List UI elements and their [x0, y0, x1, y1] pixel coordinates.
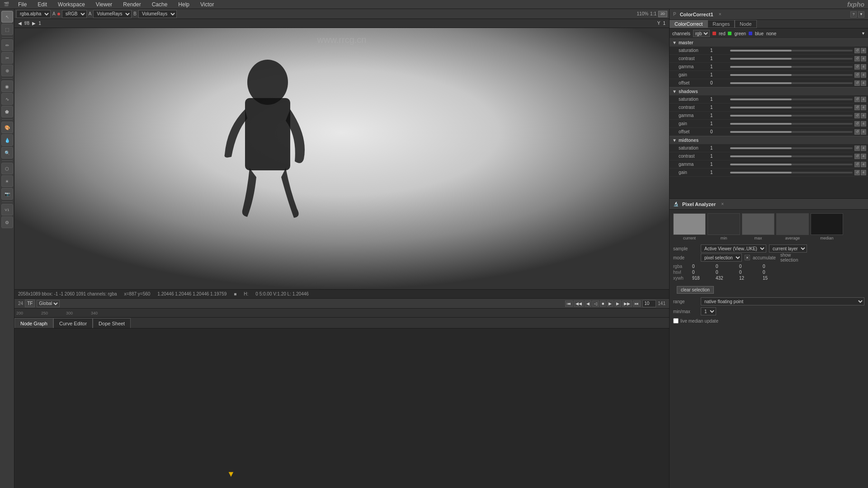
btn-stop[interactable]: ■	[600, 300, 606, 307]
shadows-gamma-value[interactable]: 1	[710, 113, 728, 118]
midtones-saturation-slider[interactable]	[730, 147, 853, 149]
master-offset-value[interactable]: 0	[710, 80, 728, 85]
tool-node[interactable]: ◉	[1, 80, 13, 92]
btn-prev-frame[interactable]: ◀	[585, 300, 591, 307]
shadows-offset-value[interactable]: 0	[710, 129, 728, 134]
tool-zoom[interactable]: 🔍	[1, 147, 13, 159]
node-graph-content[interactable]: FG VolumeRays1 Mar 20 2005 Invert1 mul-F…	[14, 328, 669, 488]
mid-con-anim[interactable]: 4	[861, 154, 866, 159]
sh-sat-anim[interactable]: 4	[861, 97, 866, 102]
gain-anim[interactable]: 4	[861, 72, 866, 78]
channel-select[interactable]: rgba.alpha	[16, 10, 51, 18]
sh-gain-reset[interactable]: ↺	[854, 121, 860, 127]
shadows-gain-slider[interactable]	[730, 123, 853, 125]
sh-gam-anim[interactable]: 4	[861, 113, 866, 118]
master-header[interactable]: ▼ master	[670, 38, 868, 47]
btn-go-end[interactable]: ⏭	[633, 300, 641, 307]
master-saturation-value[interactable]: 1	[710, 48, 728, 53]
btn-play[interactable]: ▶	[607, 300, 613, 307]
shadows-contrast-value[interactable]: 1	[710, 105, 728, 110]
frame-input[interactable]	[642, 300, 656, 307]
btn-play-rev[interactable]: ◁	[592, 300, 599, 307]
tab-node-graph[interactable]: Node Graph	[14, 318, 53, 328]
tab-ranges[interactable]: Ranges	[708, 20, 735, 28]
midtones-gain-slider[interactable]	[730, 172, 853, 174]
tool-light[interactable]: ☀	[1, 175, 13, 187]
sh-gam-reset[interactable]: ↺	[854, 113, 860, 118]
properties-close[interactable]: ×	[717, 11, 723, 18]
tool-camera[interactable]: 📷	[1, 188, 13, 200]
sat-anim[interactable]: 4	[861, 48, 866, 53]
current-layer-select[interactable]: current layer	[769, 244, 807, 253]
clear-selection-btn[interactable]: clear selection	[677, 286, 714, 294]
range-select[interactable]: native floating point	[701, 297, 864, 305]
channels-select[interactable]: rgb	[693, 30, 710, 37]
colorspace-select[interactable]: sRGB	[62, 10, 87, 18]
view-mode-btn[interactable]: 2D	[658, 11, 667, 17]
tool-color[interactable]: 🎨	[1, 122, 13, 133]
master-contrast-value[interactable]: 1	[710, 56, 728, 61]
mid-sat-reset[interactable]: ↺	[854, 145, 860, 151]
accumulate-checkbox[interactable]: ×	[745, 255, 750, 260]
menu-viewer[interactable]: Viewer	[94, 1, 114, 8]
mode-select[interactable]: pixel selection	[701, 253, 742, 262]
mid-gain-reset[interactable]: ↺	[854, 170, 860, 175]
shadows-contrast-slider[interactable]	[730, 107, 853, 108]
tool-paint[interactable]: ✏	[1, 39, 13, 51]
con-reset[interactable]: ↺	[854, 56, 860, 61]
input-b-select[interactable]: VolumeRays	[138, 10, 177, 18]
midtones-gain-value[interactable]: 1	[710, 170, 728, 175]
menu-cache[interactable]: Cache	[150, 1, 170, 8]
master-contrast-slider[interactable]	[730, 58, 853, 60]
channels-expand[interactable]: ▼	[861, 31, 865, 36]
midtones-contrast-value[interactable]: 1	[710, 154, 728, 159]
mid-gam-reset[interactable]: ↺	[854, 162, 860, 167]
menu-edit[interactable]: Edit	[36, 1, 49, 8]
sh-offset-anim[interactable]: 4	[861, 129, 866, 135]
tool-pointer[interactable]: ↖	[1, 11, 13, 23]
master-offset-slider[interactable]	[730, 82, 853, 84]
global-select[interactable]: Global	[37, 300, 60, 307]
shadows-saturation-value[interactable]: 1	[710, 97, 728, 102]
master-gamma-slider[interactable]	[730, 66, 853, 68]
tool-select[interactable]: ⬚	[1, 23, 13, 35]
btn-next[interactable]: ▶▶	[622, 300, 632, 307]
input-a-select[interactable]: VolumeRays	[93, 10, 132, 18]
sample-select[interactable]: Active Viewer (View..UKE)	[701, 244, 766, 253]
gain-reset[interactable]: ↺	[854, 72, 860, 78]
sat-reset[interactable]: ↺	[854, 48, 860, 53]
shadows-gamma-slider[interactable]	[730, 115, 853, 117]
menu-help[interactable]: Help	[176, 1, 191, 8]
sh-sat-reset[interactable]: ↺	[854, 97, 860, 102]
next-frame-btn[interactable]: ▶	[32, 21, 36, 26]
tool-sample[interactable]: 💧	[1, 134, 13, 146]
live-median-checkbox[interactable]	[673, 318, 679, 324]
menu-file[interactable]: File	[16, 1, 28, 8]
mid-sat-anim[interactable]: 4	[861, 145, 866, 151]
shadows-header[interactable]: ▼ shadows	[670, 87, 868, 95]
pa-close[interactable]: ×	[719, 201, 726, 207]
midtones-saturation-value[interactable]: 1	[710, 145, 728, 150]
gam-anim[interactable]: 4	[861, 64, 866, 70]
sh-con-anim[interactable]: 4	[861, 105, 866, 110]
btn-next-frame[interactable]: ▶	[614, 300, 621, 307]
offset-anim[interactable]: 4	[861, 80, 866, 86]
tool-transform[interactable]: ⊕	[1, 65, 13, 76]
mid-con-reset[interactable]: ↺	[854, 154, 860, 159]
tab-colorcorrect[interactable]: ColorCorrect	[670, 20, 708, 28]
master-saturation-slider[interactable]	[730, 50, 853, 52]
tool-viewer-small[interactable]: V1	[1, 204, 13, 216]
midtones-gamma-value[interactable]: 1	[710, 162, 728, 167]
mid-gain-anim[interactable]: 4	[861, 170, 866, 175]
tool-settings[interactable]: ⚙	[1, 216, 13, 228]
tool-3d[interactable]: ⬡	[1, 163, 13, 174]
tab-curve-editor[interactable]: Curve Editor	[53, 318, 93, 328]
viewer-area[interactable]: www.rrcg.cn	[14, 28, 669, 289]
tab-node[interactable]: Node	[735, 20, 756, 28]
tf-btn[interactable]: TF	[25, 300, 35, 307]
btn-prev[interactable]: ◀◀	[574, 300, 584, 307]
menu-victor[interactable]: Victor	[198, 1, 216, 8]
tool-crop[interactable]: ✂	[1, 52, 13, 64]
mid-gam-anim[interactable]: 4	[861, 162, 866, 167]
minmax-select[interactable]: 1	[701, 307, 716, 315]
